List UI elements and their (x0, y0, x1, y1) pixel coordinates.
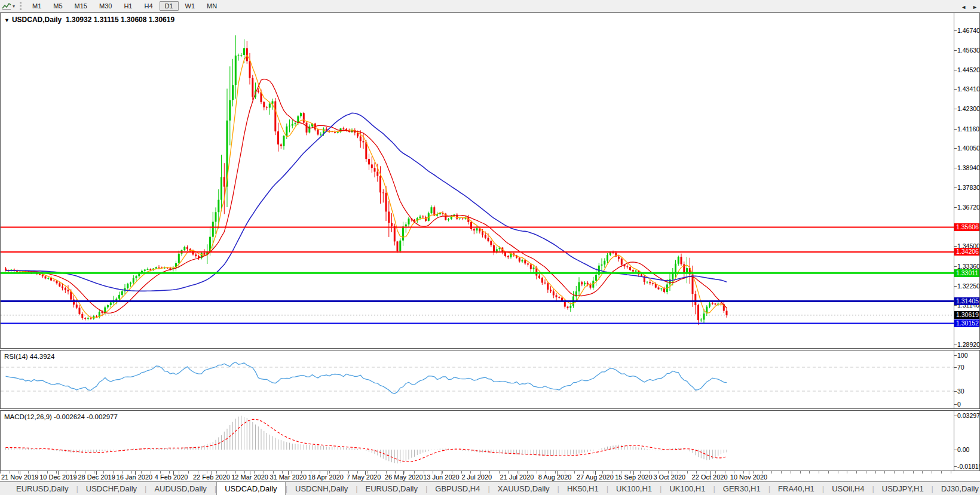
date-label: 18 Apr 2020 (308, 474, 344, 481)
timeframe-button-mn[interactable]: MN (201, 1, 222, 11)
price-tick-label: 1.42300 (957, 105, 980, 112)
date-major-tick (519, 471, 519, 475)
chart-tab-audusd-daily[interactable]: AUDUSD,Daily (146, 482, 214, 495)
chart-tab-usdcad-daily[interactable]: USDCAD,Daily (216, 482, 285, 495)
trading-platform-window: ▾ M1M5M15M30H1H4D1W1MN ▼USDCAD,Daily 1.3… (0, 0, 980, 495)
indicator-chart-icon[interactable] (2, 2, 11, 10)
chart-tab-eurusd-daily[interactable]: EURUSD,Daily (8, 482, 76, 495)
timeframe-button-d1[interactable]: D1 (160, 1, 179, 11)
timeframe-button-m5[interactable]: M5 (48, 1, 68, 11)
date-major-tick (250, 471, 250, 475)
timeframe-button-m1[interactable]: M1 (27, 1, 47, 11)
date-major-tick (480, 471, 480, 475)
rsi-axis-line (954, 351, 954, 408)
chart-title: ▼USDCAD,Daily 1.30932 1.31115 1.30608 1.… (4, 16, 174, 24)
tab-scroll-right-icon[interactable]: ► (972, 4, 978, 10)
chart-tab-uk100-h1[interactable]: UK100,H1 (662, 482, 713, 495)
price-tick-label: 1.41160 (957, 125, 979, 133)
chart-tab-usdchf-daily[interactable]: USDCHF,Daily (78, 482, 145, 495)
date-label: 8 Aug 2020 (538, 474, 572, 481)
collapse-caret-icon[interactable]: ▼ (4, 17, 10, 23)
timeframe-buttons: M1M5M15M30H1H4D1W1MN (26, 2, 223, 10)
date-major-tick (403, 471, 404, 475)
date-major-tick (288, 471, 289, 475)
date-axis[interactable]: 21 Nov 201910 Dec 201928 Dec 201916 Jan … (0, 471, 980, 481)
macd-tick-label: 0.00 (957, 446, 969, 453)
chart-tab-xauusd-daily[interactable]: XAUUSD,Daily (490, 482, 558, 495)
timeframe-button-m30[interactable]: M30 (94, 1, 117, 11)
price-level-badge: 1.30152 (954, 319, 980, 327)
date-label: 22 Oct 2020 (692, 474, 728, 481)
chart-tab-hk50-h1[interactable]: HK50,H1 (559, 482, 607, 495)
timeframe-button-m15[interactable]: M15 (69, 1, 93, 11)
price-tick-label: 1.28920 (957, 341, 980, 348)
macd-tick-label: 0.032972 (957, 412, 980, 419)
macd-plot (1, 411, 954, 471)
date-major-tick (557, 471, 558, 475)
date-label: 4 Feb 2020 (155, 474, 188, 481)
chart-tab-fra40-h1[interactable]: FRA40,H1 (770, 482, 822, 495)
date-label: 21 Jul 2020 (500, 474, 534, 481)
price-level-badge: 1.34206 (954, 248, 980, 256)
timeframe-button-w1[interactable]: W1 (180, 1, 201, 11)
price-level-badge: 1.31405 (954, 297, 980, 305)
date-label: 3 Oct 2020 (653, 474, 685, 481)
price-tick-label: 1.40050 (957, 144, 980, 152)
date-major-tick (633, 471, 634, 475)
toolbar-grip[interactable] (20, 2, 22, 10)
date-major-tick (20, 471, 20, 475)
chart-symbol-label: USDCAD,Daily (12, 16, 62, 24)
macd-indicator-panel[interactable]: MACD(12,26,9) -0.002624 -0.002977 0.0329… (0, 410, 980, 471)
rsi-tick-label: 0 (957, 401, 961, 408)
rsi-tick-label: 30 (957, 388, 964, 395)
rsi-tick-label: 100 (957, 352, 968, 359)
price-tick-label: 1.36720 (957, 204, 980, 211)
price-tick-label: 1.46740 (957, 27, 980, 34)
price-level-badge: 1.35606 (954, 223, 980, 231)
price-level-badge: 1.33011 (954, 269, 980, 277)
macd-axis-line (954, 411, 954, 471)
macd-tick-label: -0.018154 (957, 463, 980, 470)
chart-ohlc-values: 1.30932 1.31115 1.30608 1.30619 (66, 16, 174, 24)
date-major-tick (135, 471, 136, 475)
chart-tab-ger30-h1[interactable]: GER30,H1 (715, 482, 768, 495)
chart-tab-eurusd-daily[interactable]: EURUSD,Daily (358, 482, 425, 495)
timeframe-button-h4[interactable]: H4 (139, 1, 158, 11)
chart-tab-usoil-h4[interactable]: USOil,H4 (824, 482, 872, 495)
date-major-tick (710, 471, 711, 475)
chart-tab-bar: EURUSD,Daily|USDCHF,Daily|AUDUSD,Daily|U… (0, 481, 980, 495)
rsi-tick-label: 70 (957, 364, 964, 371)
rsi-plot (1, 351, 954, 408)
tab-scroll-arrows: ◄ ► (961, 0, 978, 14)
date-label: 7 May 2020 (347, 474, 381, 481)
macd-label: MACD(12,26,9) -0.002624 -0.002977 (4, 413, 118, 420)
candlestick-plot[interactable] (1, 13, 954, 348)
date-major-tick (595, 471, 596, 475)
date-major-tick (442, 471, 442, 475)
date-label: 2 Jul 2020 (461, 474, 492, 481)
price-tick-label: 1.44520 (957, 66, 980, 73)
chart-tab-dj30-daily[interactable]: DJ30,Daily (933, 482, 980, 495)
toolbar-dropdown-caret-icon[interactable]: ▾ (13, 4, 15, 9)
price-tick-label: 1.43410 (957, 85, 980, 93)
price-tick-label: 1.38940 (957, 164, 980, 171)
timeframe-button-h1[interactable]: H1 (118, 1, 137, 11)
tab-scroll-left-icon[interactable]: ◄ (961, 4, 966, 10)
chart-tab-usdjpy-h1[interactable]: USDJPY,H1 (874, 482, 932, 495)
price-tick-label: 1.37830 (957, 184, 980, 191)
chart-tab-uk100-h1[interactable]: UK100,H1 (608, 482, 660, 495)
price-tick-label: 1.45630 (957, 47, 980, 54)
date-major-tick (365, 471, 366, 475)
rsi-label: RSI(14) 44.3924 (4, 353, 54, 360)
chart-tab-gbpusd-h4[interactable]: GBPUSD,H4 (427, 482, 488, 495)
date-major-tick (212, 471, 212, 475)
date-major-tick (173, 471, 174, 475)
rsi-indicator-panel[interactable]: RSI(14) 44.3924 10070300 (0, 350, 980, 409)
timeframe-toolbar: ▾ M1M5M15M30H1H4D1W1MN (0, 0, 980, 13)
price-level-badge: 1.30619 (954, 311, 980, 319)
main-chart-panel[interactable]: ▼USDCAD,Daily 1.30932 1.31115 1.30608 1.… (0, 13, 980, 349)
chart-tab-usdcnh-daily[interactable]: USDCNH,Daily (287, 482, 356, 495)
price-tick-label: 1.32250 (957, 282, 980, 290)
date-major-tick (327, 471, 327, 475)
date-major-tick (672, 471, 672, 475)
